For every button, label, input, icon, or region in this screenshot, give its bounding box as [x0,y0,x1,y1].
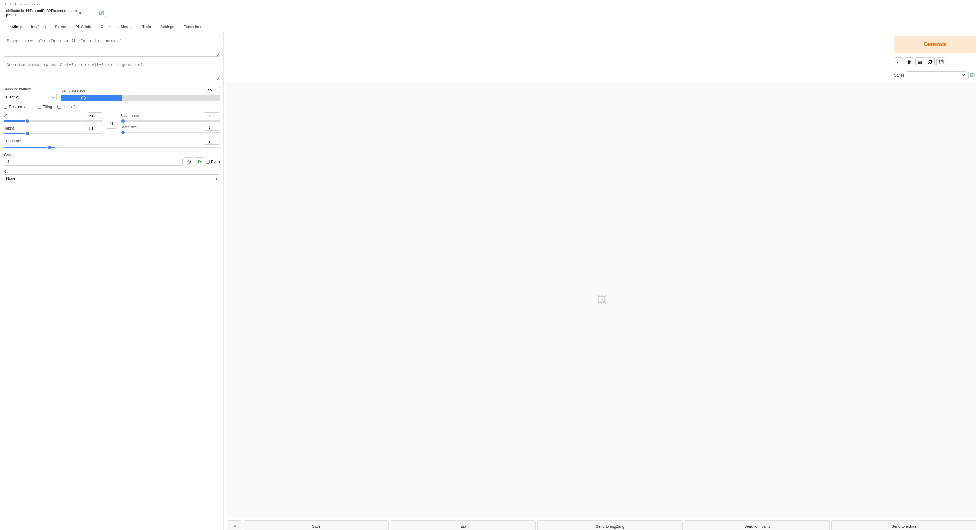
batch-count-label-row: Batch count [121,112,220,119]
tab-extras[interactable]: Extras [50,21,71,32]
negative-prompt-input[interactable] [3,60,220,80]
wh-batch-section: Width Height ⇅ Batch count [3,112,220,134]
save-icon-button[interactable]: 💾 [937,57,945,66]
gen-controls: Generate ↙ 🗑 📷 🖼 💾 Styles 🔄 [894,36,977,79]
width-label-row: Width [3,112,103,119]
right-panel: Generate ↙ 🗑 📷 🖼 💾 Styles 🔄 [224,32,980,530]
right-empty [227,36,891,79]
batch-count-label: Batch count [121,114,139,118]
script-wrapper: None [3,174,220,182]
checkboxes-row: Restore faces Tiling Hires. fix [3,105,220,109]
cfg-scale-value[interactable] [204,138,220,145]
seed-group: Seed 🎲 ♻ Extra [3,153,220,166]
swap-dimensions-button[interactable]: ⇅ [107,118,117,129]
batch-group: Batch count Batch size [121,112,220,134]
sampling-method-select[interactable]: Euler a [3,93,57,101]
sampling-method-group: Sampling method Euler a [3,87,57,101]
batch-count-slider[interactable] [121,120,220,121]
arrow-down-left-button[interactable]: ↙ [894,57,903,66]
zip-button[interactable]: Zip [391,520,536,530]
tab-train[interactable]: Train [138,21,156,32]
send-img2img-button[interactable]: Send to img2img [538,520,682,530]
tab-txt2img[interactable]: txt2img [3,21,27,32]
save-button[interactable]: Save [244,520,389,530]
sampling-steps-value[interactable] [204,87,220,94]
tab-settings[interactable]: Settings [156,21,179,32]
restore-faces-input[interactable] [3,105,7,109]
checkpoint-value: chilloutmix_NiPrunedFp32Fix.safetensors … [6,8,77,18]
tab-extensions[interactable]: Extensions [179,21,207,32]
camera-button[interactable]: 📷 [915,57,924,66]
batch-size-value[interactable] [204,124,220,131]
batch-count-group: Batch count [121,112,220,121]
seed-recycle-button[interactable]: ♻ [195,157,204,166]
script-label: Script [3,169,220,174]
batch-size-group: Batch size [121,124,220,133]
generate-button[interactable]: Generate [894,36,977,53]
batch-size-label-row: Batch size [121,124,220,131]
height-label-row: Height [3,125,103,132]
steps-label-row: Sampling steps [61,87,220,94]
hires-fix-input[interactable] [57,105,61,109]
bottom-actions-row: ↗ Save Zip Send to img2img Send to inpai… [227,520,977,530]
left-panel: Sampling method Euler a Sampling steps [0,32,224,530]
tab-png-info[interactable]: PNG Info [71,21,95,32]
image-button[interactable]: 🖼 [926,57,935,66]
seed-dice-button[interactable]: 🎲 [185,157,193,166]
cfg-scale-group: CFG Scale [3,138,220,149]
tab-img2img[interactable]: img2img [27,21,50,32]
width-value[interactable] [87,112,103,119]
hires-fix-label: Hires. fix [63,105,78,109]
swap-col: ⇅ [107,112,117,134]
refresh-checkpoint-button[interactable]: 🔄 [98,9,106,17]
seed-input-row: 🎲 ♻ Extra [3,157,220,166]
seed-label: Seed [3,153,220,156]
hires-fix-checkbox[interactable]: Hires. fix [57,105,78,109]
seed-input[interactable] [3,158,183,166]
send-inpaint-button[interactable]: Send to inpaint [684,520,830,530]
top-bar: Stable Diffusion checkpoint chilloutmix_… [0,0,980,21]
main-layout: Sampling method Euler a Sampling steps [0,32,980,530]
sampling-section: Sampling method Euler a Sampling steps [3,87,220,101]
restore-faces-checkbox[interactable]: Restore faces [3,105,32,109]
action-icons-row: ↙ 🗑 📷 🖼 💾 [894,57,977,66]
extra-checkbox-input[interactable] [206,160,210,164]
styles-select[interactable] [906,71,966,79]
sampling-method-label: Sampling method [3,87,57,91]
tabs-bar: txt2img img2img Extras PNG Info Checkpoi… [0,21,980,32]
height-label: Height [3,126,14,131]
image-placeholder-icon: 🖼 [597,294,606,305]
checkpoint-label: Stable Diffusion checkpoint [3,2,977,6]
tiling-label: Tiling [43,105,52,109]
checkpoint-row: chilloutmix_NiPrunedFp32Fix.safetensors … [3,7,977,19]
send-extras-button[interactable]: Send to extras [831,520,977,530]
batch-count-value[interactable] [204,112,220,119]
cfg-scale-slider[interactable] [3,147,220,148]
send-icon-button[interactable]: ↗ [227,520,242,530]
height-slider[interactable] [3,133,103,134]
tiling-checkbox[interactable]: Tiling [38,105,52,109]
trash-button[interactable]: 🗑 [905,57,913,66]
height-value[interactable] [87,125,103,132]
width-group: Width Height [3,112,103,134]
sampling-method-wrapper: Euler a [3,93,57,101]
tab-checkpoint-merger[interactable]: Checkpoint Merger [96,21,138,32]
sampling-steps-slider[interactable] [61,95,220,101]
styles-label: Styles [894,73,904,77]
tiling-input[interactable] [38,105,41,109]
script-select[interactable]: None [3,174,220,182]
cfg-scale-label: CFG Scale [3,139,21,143]
script-group: Script None [3,169,220,182]
extra-checkbox[interactable]: Extra [206,160,220,164]
right-top-controls: Generate ↙ 🗑 📷 🖼 💾 Styles 🔄 [227,36,977,79]
width-slider[interactable] [3,120,103,121]
extra-label: Extra [211,160,220,164]
styles-refresh-button[interactable]: 🔄 [968,71,977,79]
positive-prompt-input[interactable] [3,36,220,56]
styles-row: Styles 🔄 [894,71,977,79]
chevron-down-icon: ▾ [79,11,93,15]
cfg-label-row: CFG Scale [3,138,220,145]
image-output-area: 🖼 [227,82,977,517]
batch-size-slider[interactable] [121,132,220,133]
checkpoint-select[interactable]: chilloutmix_NiPrunedFp32Fix.safetensors … [3,7,95,19]
